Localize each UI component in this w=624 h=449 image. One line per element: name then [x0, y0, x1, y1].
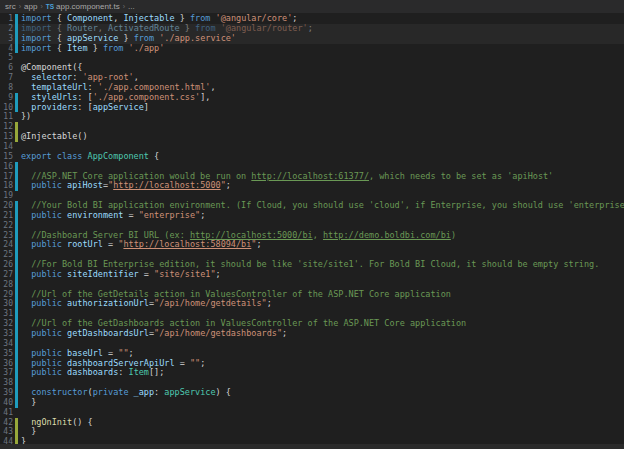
bottom-strip	[0, 444, 624, 449]
code-area[interactable]: 1import { Component, Injectable } from '…	[0, 13, 624, 447]
code-text: public siteIdentifier = "site/site1";	[21, 270, 221, 280]
code-line[interactable]: 27 public siteIdentifier = "site/site1";	[0, 270, 624, 280]
line-number: 26	[0, 260, 14, 270]
token-kw: from	[134, 33, 154, 43]
token-pln: })	[21, 111, 31, 121]
line-number: 19	[0, 191, 14, 201]
gutter-change-indicator	[15, 44, 18, 54]
gutter-change-indicator	[15, 93, 18, 103]
code-line[interactable]: 13@Injectable()	[0, 132, 624, 142]
token-str: 'app-root'	[82, 72, 133, 82]
code-line[interactable]: 39 constructor(private _app: appService)…	[0, 388, 624, 398]
code-editor-window: src › app › TS app.component.ts › ... 1i…	[0, 0, 624, 449]
code-line[interactable]: 30 public authorizationUrl="/api/home/ge…	[0, 299, 624, 309]
gutter-change-indicator	[15, 270, 18, 280]
line-number: 41	[0, 408, 14, 418]
gutter-change-indicator	[15, 299, 18, 309]
breadcrumb: src › app › TS app.component.ts › ...	[0, 0, 624, 13]
breadcrumb-item-app[interactable]: app	[24, 2, 37, 11]
token-pln: [];	[149, 367, 164, 377]
token-pln: ;	[267, 298, 272, 308]
token-comlink: http://localhost:5000/bi	[190, 230, 313, 240]
gutter-change-indicator	[15, 24, 18, 34]
breadcrumb-item-symbol[interactable]: ...	[128, 2, 135, 11]
line-number: 30	[0, 299, 14, 309]
token-var: Item	[67, 43, 87, 53]
gutter-change-indicator	[15, 14, 18, 24]
code-line[interactable]: 42 ngOnInit() {	[0, 418, 624, 428]
token-com: //Your Bold BI application environment. …	[21, 200, 624, 210]
token-pln: ;	[216, 269, 221, 279]
token-kw: public	[31, 348, 62, 358]
code-line[interactable]: 18 public apiHost="http://localhost:5000…	[0, 181, 624, 191]
token-kw: public	[31, 269, 62, 279]
token-pln	[21, 180, 31, 190]
token-kw: import	[21, 43, 52, 53]
token-kw: public	[31, 367, 62, 377]
token-pln: {	[52, 43, 67, 53]
code-line[interactable]: 10 providers: [appService]	[0, 103, 624, 113]
line-number: 28	[0, 280, 14, 290]
token-pln	[21, 102, 31, 112]
code-line[interactable]: 41	[0, 408, 624, 418]
token-str: './app'	[123, 43, 164, 53]
token-str: "/api/home/getdashboards"	[154, 328, 282, 338]
code-text: })	[21, 112, 31, 122]
token-pln	[21, 348, 31, 358]
line-number: 22	[0, 221, 14, 231]
code-line[interactable]: 40 }	[0, 398, 624, 408]
line-number: 9	[0, 93, 14, 103]
code-line[interactable]: 24 public rootUrl = "http://localhost:58…	[0, 240, 624, 250]
token-var: dashboardServerApiUrl	[62, 358, 175, 368]
line-number: 27	[0, 270, 14, 280]
token-kw: import	[21, 33, 52, 43]
token-str: './app.service'	[154, 33, 236, 43]
line-number: 14	[0, 142, 14, 152]
line-number: 2	[0, 24, 14, 34]
gutter-change-indicator	[15, 319, 18, 329]
code-text: import { Router, ActivatedRoute } from '…	[21, 24, 313, 34]
token-cls: AppComponent	[82, 151, 149, 161]
token-kw: from	[195, 23, 215, 33]
token-var: rootUrl	[62, 239, 103, 249]
token-var: siteIdentifier	[62, 269, 139, 279]
line-number: 12	[0, 122, 14, 132]
code-text: providers: [appService]	[21, 103, 149, 113]
code-line[interactable]: 15export class AppComponent {	[0, 152, 624, 162]
gutter-change-indicator	[15, 122, 18, 132]
line-number: 4	[0, 44, 14, 54]
code-text: public authorizationUrl="/api/home/getde…	[21, 299, 272, 309]
token-comlink: http://localhost:61377/	[251, 171, 369, 181]
code-line[interactable]: 12	[0, 122, 624, 132]
token-pln: {	[52, 23, 67, 33]
token-kw: public	[31, 328, 62, 338]
token-kw: private	[93, 387, 129, 397]
breadcrumb-item-filename[interactable]: app.component.ts	[56, 2, 120, 11]
line-number: 43	[0, 427, 14, 437]
code-line[interactable]: 43 }	[0, 427, 624, 437]
token-cls: Item	[129, 367, 149, 377]
token-kw: import	[21, 13, 52, 23]
gutter-change-indicator	[15, 103, 18, 113]
token-pln: :	[88, 82, 98, 92]
token-com: //Url of the GetDetails action in Values…	[21, 289, 451, 299]
code-line[interactable]: 33 public getDashboardsUrl="/api/home/ge…	[0, 329, 624, 339]
code-line[interactable]: 37 public dashboards: Item[];	[0, 368, 624, 378]
gutter-change-indicator	[15, 181, 18, 191]
gutter-spacer	[15, 142, 18, 152]
code-line[interactable]: 21 public environment = "enterprise";	[0, 211, 624, 221]
token-pln: : [	[77, 102, 92, 112]
gutter-change-indicator	[15, 359, 18, 369]
code-line[interactable]: 5	[0, 53, 624, 63]
gutter-change-indicator	[15, 221, 18, 231]
token-pln: ;	[200, 210, 205, 220]
code-line[interactable]: 4import { Item } from './app'	[0, 44, 624, 54]
code-line[interactable]: 2import { Router, ActivatedRoute } from …	[0, 24, 624, 34]
breadcrumb-item-src[interactable]: src	[5, 2, 16, 11]
code-text: public rootUrl = "http://localhost:58094…	[21, 240, 262, 250]
line-number: 7	[0, 73, 14, 83]
gutter-change-indicator	[15, 162, 18, 172]
token-com: )	[451, 230, 456, 240]
code-line[interactable]: 11})	[0, 112, 624, 122]
token-str: '@angular/router'	[216, 23, 308, 33]
